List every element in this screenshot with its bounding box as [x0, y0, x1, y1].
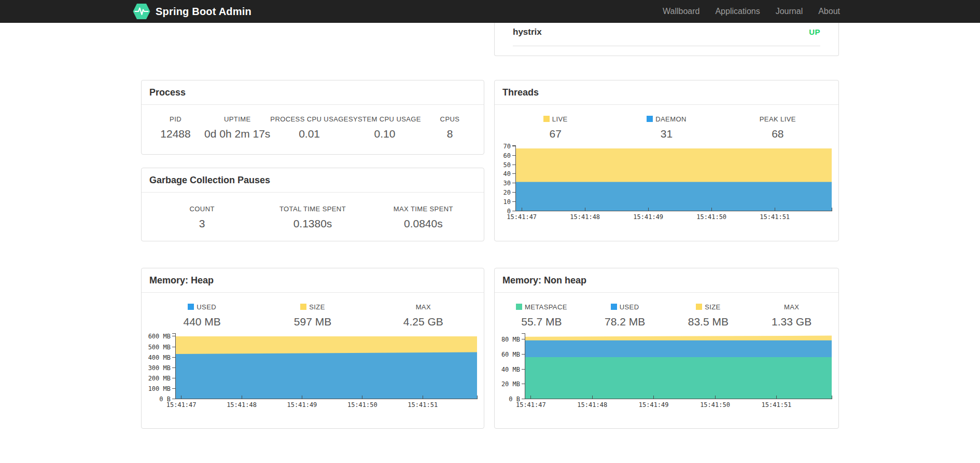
tick-label: 15:41:50: [347, 401, 377, 408]
tick-label: 15:41:51: [760, 213, 790, 221]
metric-label: USED: [620, 303, 639, 311]
tick-label: 30: [503, 180, 511, 187]
tick-label: 20: [503, 189, 511, 196]
tick-label: 40 MB: [501, 366, 520, 373]
application-row: hystrix UP: [495, 23, 838, 46]
metric-heap-size: SIZE 597 MB: [257, 303, 368, 328]
metric-value: 0d 0h 2m 17s: [204, 128, 270, 140]
panel-title: Garbage Collection Pauses: [142, 168, 484, 193]
legend-swatch-size: [696, 304, 702, 310]
metric-process-cpu: PROCESS CPU USAGE 0.01: [270, 115, 348, 140]
app-logo-icon: [132, 2, 151, 21]
tick-label: 200 MB: [148, 375, 171, 382]
tick-label: 15:41:51: [762, 401, 792, 408]
tick-label: 300 MB: [148, 364, 171, 372]
metric-metaspace: METASPACE 55.7 MB: [500, 303, 583, 328]
tick-label: 20 MB: [501, 380, 520, 388]
nav-item-journal[interactable]: Journal: [768, 7, 810, 16]
gc-panel: Garbage Collection Pauses COUNT 3 TOTAL …: [141, 168, 484, 241]
panel-title: Threads: [495, 80, 838, 105]
application-status-badge: UP: [809, 26, 820, 38]
area-series-metaspace: [525, 357, 832, 399]
metric-value: 83.5 MB: [667, 316, 750, 328]
tick-label: 15:41:51: [408, 401, 438, 408]
tick-label: 100 MB: [148, 385, 171, 392]
tick-label: 400 MB: [148, 354, 171, 361]
memory-heap-panel: Memory: Heap USED 440 MB SIZE: [141, 268, 484, 429]
metric-value: 597 MB: [257, 316, 368, 328]
metric-nonheap-used: USED 78.2 MB: [583, 303, 667, 328]
metric-pid: PID 12488: [147, 115, 204, 140]
area-series-daemon: [515, 182, 832, 211]
y-axis: [512, 145, 515, 211]
metric-gc-count: COUNT 3: [147, 205, 257, 230]
chart-svg: 0 B100 MB200 MB300 MB400 MB500 MB600 MB1…: [147, 330, 479, 410]
legend-swatch-size: [300, 304, 306, 310]
nav-item-about[interactable]: About: [810, 7, 848, 16]
nav-item-wallboard[interactable]: Wallboard: [655, 7, 707, 16]
metric-value: 0.1380s: [257, 217, 368, 230]
chart-svg: 01020304050607015:41:4715:41:4815:41:491…: [500, 142, 833, 222]
tick-label: 15:41:47: [516, 401, 546, 408]
application-name[interactable]: hystrix: [513, 26, 542, 38]
metric-heap-used: USED 440 MB: [147, 303, 257, 328]
gc-metrics: COUNT 3 TOTAL TIME SPENT 0.1380s MAX TIM…: [142, 193, 484, 230]
metric-nonheap-max: MAX 1.33 GB: [750, 303, 833, 328]
panel-title: Memory: Heap: [142, 268, 484, 293]
tick-label: 60: [503, 152, 511, 159]
tick-label: 15:41:48: [227, 401, 257, 408]
metric-value: 12488: [147, 128, 204, 140]
metric-live-threads: LIVE 67: [500, 115, 611, 140]
metric-label: DAEMON: [655, 115, 686, 123]
process-metrics: PID 12488 UPTIME 0d 0h 2m 17s PROCESS CP…: [142, 105, 484, 140]
metric-label: COUNT: [147, 205, 257, 213]
metric-label: PID: [147, 115, 204, 124]
brand-home-link[interactable]: Spring Boot Admin: [132, 2, 251, 21]
heap-chart: 0 B100 MB200 MB300 MB400 MB500 MB600 MB1…: [147, 330, 479, 410]
tick-label: 10: [503, 198, 511, 206]
tick-label: 15:41:49: [633, 213, 663, 221]
metric-label: CPUS: [421, 115, 479, 124]
tick-label: 15:41:49: [639, 401, 669, 408]
legend-swatch-daemon: [647, 116, 653, 122]
metric-heap-max: MAX 4.25 GB: [368, 303, 479, 328]
tick-label: 15:41:47: [166, 401, 197, 408]
area-series-used: [175, 352, 477, 399]
nav-item-applications[interactable]: Applications: [707, 7, 767, 16]
metric-label: PEAK LIVE: [760, 115, 796, 123]
nav-links: Wallboard Applications Journal About: [655, 7, 848, 16]
metric-label: USED: [197, 303, 216, 311]
memory-nonheap-panel: Memory: Non heap METASPACE 55.7 MB USED: [494, 268, 839, 429]
app-title: Spring Boot Admin: [156, 6, 251, 18]
panel-title: Process: [142, 80, 484, 105]
metric-label: TOTAL TIME SPENT: [257, 205, 368, 213]
metric-value: 8: [421, 128, 479, 140]
metric-peak-live-threads: PEAK LIVE 68: [722, 115, 833, 140]
main-content: hystrix UP Process PID 12488 UPTIME 0d 0: [141, 23, 839, 429]
heap-metrics: USED 440 MB SIZE 597 MB MAX: [147, 303, 479, 328]
metric-gc-total-time: TOTAL TIME SPENT 0.1380s: [257, 205, 368, 230]
metric-value: 31: [611, 128, 722, 140]
tick-label: 70: [503, 143, 511, 150]
metric-label: SIZE: [309, 303, 325, 311]
metric-label: MAX: [416, 303, 431, 311]
metric-cpus: CPUS 8: [421, 115, 479, 140]
metric-gc-max-time: MAX TIME SPENT 0.0840s: [368, 205, 479, 230]
tick-label: 40: [503, 170, 511, 178]
tick-label: 15:41:48: [577, 401, 607, 408]
tick-label: 15:41:48: [570, 213, 600, 221]
tick-label: 15:41:49: [287, 401, 317, 408]
tick-label: 500 MB: [148, 344, 171, 351]
legend-swatch-used: [611, 304, 617, 310]
tick-label: 80 MB: [501, 336, 520, 343]
legend-swatch-used: [188, 304, 194, 310]
threads-chart: 01020304050607015:41:4715:41:4815:41:491…: [500, 142, 833, 222]
tick-label: 50: [503, 161, 511, 169]
metric-value: 3: [147, 217, 257, 230]
metric-label: SYSTEM CPU USAGE: [348, 115, 421, 124]
metric-value: 78.2 MB: [583, 316, 667, 328]
metric-label: MAX TIME SPENT: [368, 205, 479, 213]
panel-title: Memory: Non heap: [495, 268, 838, 293]
metric-value: 68: [722, 128, 833, 140]
tick-label: 15:41:50: [700, 401, 730, 408]
